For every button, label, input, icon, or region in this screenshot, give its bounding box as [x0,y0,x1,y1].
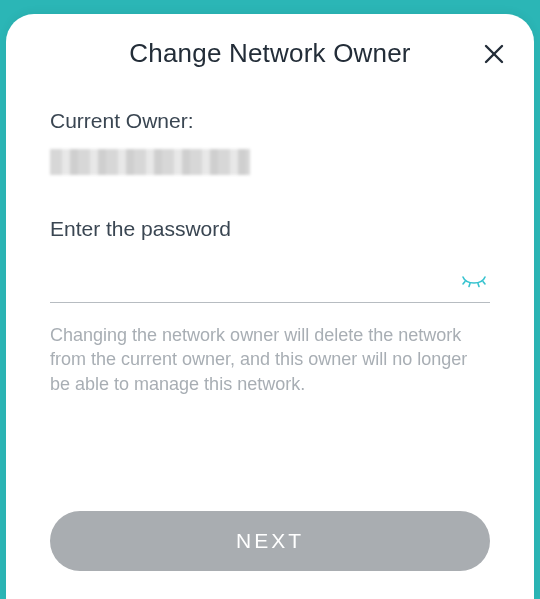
warning-note: Changing the network owner will delete t… [50,323,490,396]
password-input[interactable] [50,251,490,303]
spacer [50,396,490,511]
password-label: Enter the password [50,217,490,241]
change-owner-sheet: Change Network Owner Current Owner: Ente… [6,14,534,599]
svg-line-5 [483,282,485,285]
svg-line-3 [469,284,470,287]
dialog-title: Change Network Owner [129,38,410,69]
close-button[interactable] [480,40,508,68]
svg-line-4 [478,284,479,287]
next-button[interactable]: NEXT [50,511,490,571]
current-owner-label: Current Owner: [50,109,490,133]
password-row [50,251,490,303]
dialog-header: Change Network Owner [6,38,534,91]
eye-closed-icon [461,275,487,291]
close-icon [482,42,506,66]
svg-line-2 [463,282,465,285]
next-button-label: NEXT [236,529,304,553]
toggle-password-visibility-button[interactable] [460,273,488,293]
dialog-content: Current Owner: Enter the password Changi… [6,91,534,511]
current-owner-value [50,149,250,175]
